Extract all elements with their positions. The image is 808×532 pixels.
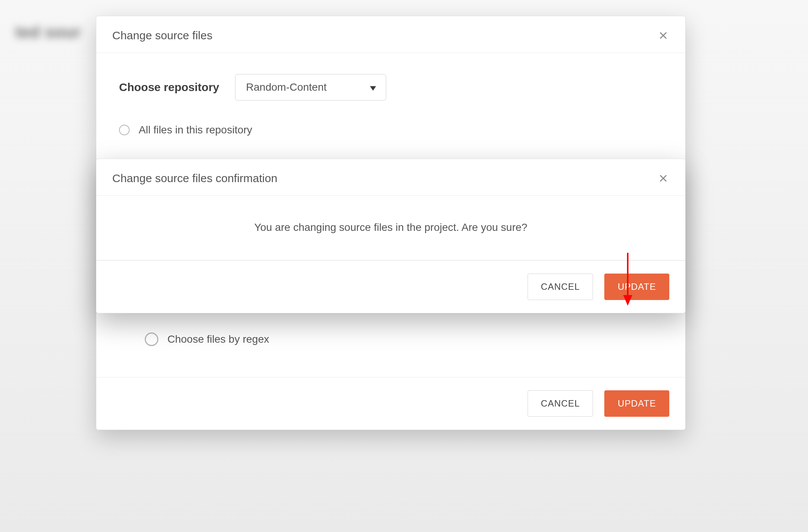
confirm-modal-body: You are changing source files in the pro…	[96, 196, 685, 260]
cancel-button[interactable]: CANCEL	[528, 390, 593, 417]
confirm-close-button[interactable]	[657, 172, 669, 184]
confirm-message: You are changing source files in the pro…	[254, 221, 528, 233]
radio-icon	[145, 332, 158, 346]
modal-title: Change source files	[112, 29, 212, 42]
close-icon	[659, 31, 667, 40]
confirm-modal-footer: CANCEL UPDATE	[96, 260, 685, 313]
option-all-files-label: All files in this repository	[139, 124, 252, 136]
option-all-files[interactable]: All files in this repository	[119, 124, 662, 136]
radio-icon	[119, 125, 130, 135]
close-icon	[659, 174, 667, 182]
choose-repository-row: Choose repository Random-Content	[119, 74, 662, 101]
confirm-modal-title: Change source files confirmation	[112, 172, 277, 185]
change-source-files-confirmation-modal: Change source files confirmation You are…	[96, 159, 686, 313]
choose-repository-label: Choose repository	[119, 81, 219, 94]
confirm-modal-header: Change source files confirmation	[96, 159, 685, 196]
modal-header: Change source files	[96, 16, 685, 53]
update-button[interactable]: UPDATE	[604, 390, 669, 417]
option-choose-by-regex-label: Choose files by regex	[167, 333, 269, 345]
close-button[interactable]	[657, 29, 669, 42]
caret-down-icon	[370, 81, 376, 93]
svg-marker-0	[370, 86, 376, 91]
repository-select[interactable]: Random-Content	[235, 74, 386, 101]
option-choose-by-regex[interactable]: Choose files by regex	[145, 332, 662, 346]
confirm-cancel-button[interactable]: CANCEL	[528, 274, 593, 300]
repository-select-value: Random-Content	[246, 81, 327, 93]
confirm-update-button[interactable]: UPDATE	[604, 274, 669, 300]
modal-footer: CANCEL UPDATE	[96, 377, 685, 430]
